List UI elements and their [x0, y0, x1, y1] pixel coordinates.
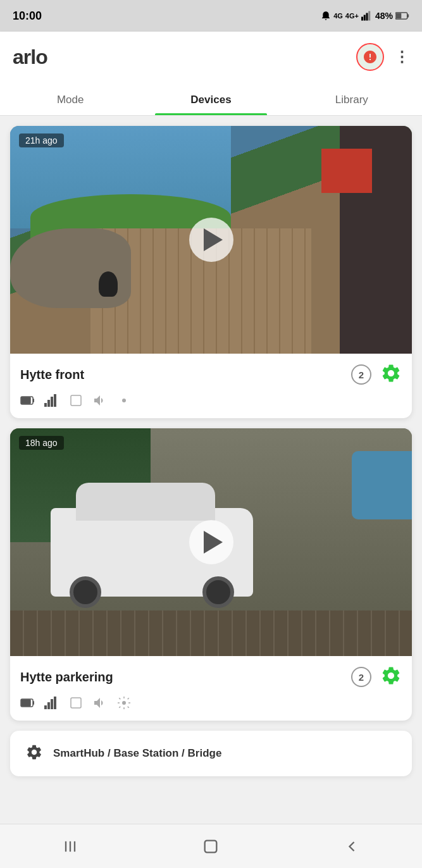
cam2-wheel-right: [202, 576, 234, 608]
camera-thumbnail-2[interactable]: 18h ago: [10, 428, 412, 656]
tab-library[interactable]: Library: [282, 82, 422, 115]
network-label2: 4G+: [345, 12, 359, 20]
play-button-2[interactable]: [189, 520, 233, 564]
svg-rect-3: [368, 11, 370, 21]
nav-back-button[interactable]: [282, 838, 422, 855]
mode-icon-2: [116, 695, 132, 710]
tab-devices[interactable]: Devices: [140, 82, 281, 115]
cam2-wheel-left: [70, 576, 101, 608]
svg-rect-23: [71, 698, 81, 708]
camera-1-name: Hytte front: [20, 368, 84, 382]
status-bar: 10:00 4G 4G+ 48%: [0, 0, 422, 32]
smarthub-label: SmartHub / Base Station / Bridge: [53, 747, 221, 760]
battery-status-icon-1: [20, 393, 35, 408]
camera-1-clip-count[interactable]: 2: [351, 364, 371, 385]
back-icon: [343, 838, 361, 855]
alarm-icon: [321, 11, 331, 21]
camera-card-2: 18h ago Hytte parkering 2: [10, 428, 412, 721]
smarthub-card[interactable]: SmartHub / Base Station / Bridge: [10, 731, 412, 776]
svg-rect-22: [54, 697, 56, 709]
audio-icon-1: [92, 393, 108, 408]
camera-2-status-icons: [20, 695, 402, 710]
alert-button[interactable]: [356, 43, 384, 71]
camera-1-info: Hytte front 2: [10, 354, 412, 418]
smarthub-gear-icon: [25, 743, 43, 764]
mode-icon-1: [116, 393, 132, 408]
camera-1-status-icons: [20, 393, 402, 408]
navigation-tabs: Mode Devices Library: [0, 82, 422, 116]
svg-rect-9: [33, 399, 34, 402]
svg-rect-14: [71, 395, 81, 406]
camera-2-settings[interactable]: [380, 665, 402, 689]
nav-home-button[interactable]: [140, 838, 281, 855]
camera-2-clip-count[interactable]: 2: [351, 667, 371, 687]
svg-rect-11: [47, 400, 50, 407]
camera-card-1: 21h ago Hytte front 2: [10, 126, 412, 418]
motion-icon-1: [68, 393, 84, 408]
camera-1-settings[interactable]: [380, 363, 402, 387]
bottom-nav: [0, 824, 422, 868]
status-time: 10:00: [13, 9, 42, 23]
camera-1-title-row: Hytte front 2: [20, 363, 402, 387]
camera-2-timestamp: 18h ago: [19, 436, 64, 450]
signal-icon: [361, 11, 373, 21]
header: arlo ⋮: [0, 32, 422, 82]
more-button[interactable]: ⋮: [394, 48, 409, 66]
header-icons: ⋮: [356, 43, 409, 71]
network-label: 4G: [333, 12, 343, 20]
signal-status-icon-1: [44, 393, 59, 408]
status-icons: 4G 4G+ 48%: [321, 11, 409, 21]
battery-status-icon-2: [20, 695, 35, 710]
recents-icon: [61, 838, 79, 855]
camera-thumbnail-1[interactable]: 21h ago: [10, 126, 412, 354]
svg-point-15: [122, 399, 126, 402]
camera-2-name: Hytte parkering: [20, 670, 113, 685]
tab-mode[interactable]: Mode: [0, 82, 140, 115]
cam2-car-roof: [76, 483, 215, 521]
svg-rect-13: [54, 394, 56, 407]
camera-2-info: Hytte parkering 2: [10, 656, 412, 721]
camera-2-actions: 2: [351, 665, 402, 689]
svg-rect-20: [47, 702, 50, 709]
svg-rect-12: [51, 397, 53, 407]
svg-rect-0: [361, 17, 363, 21]
camera-2-title-row: Hytte parkering 2: [20, 665, 402, 689]
camera-1-timestamp: 21h ago: [19, 133, 64, 147]
cam1-house: [321, 149, 372, 193]
svg-rect-10: [44, 403, 47, 407]
svg-rect-1: [364, 15, 366, 21]
svg-rect-28: [205, 840, 217, 852]
signal-status-icon-2: [44, 695, 59, 710]
battery-text: 48%: [375, 11, 393, 21]
svg-rect-6: [407, 14, 409, 17]
motion-icon-2: [68, 695, 84, 710]
home-icon: [202, 838, 220, 855]
cam2-cobble: [10, 611, 412, 656]
svg-rect-17: [22, 700, 30, 706]
svg-rect-5: [396, 13, 401, 18]
play-button-1[interactable]: [189, 218, 233, 262]
nav-recents-button[interactable]: [0, 838, 140, 855]
audio-icon-2: [92, 695, 108, 710]
svg-rect-18: [33, 701, 34, 705]
cam1-bird: [99, 271, 118, 297]
svg-point-24: [122, 701, 126, 705]
cam2-water-right: [352, 451, 412, 519]
svg-rect-21: [51, 699, 53, 709]
svg-rect-8: [22, 397, 30, 404]
app-logo: arlo: [13, 46, 47, 69]
svg-rect-19: [44, 705, 47, 709]
content-area: 21h ago Hytte front 2: [0, 116, 422, 786]
svg-rect-2: [366, 13, 368, 21]
camera-1-actions: 2: [351, 363, 402, 387]
battery-icon: [395, 11, 409, 20]
